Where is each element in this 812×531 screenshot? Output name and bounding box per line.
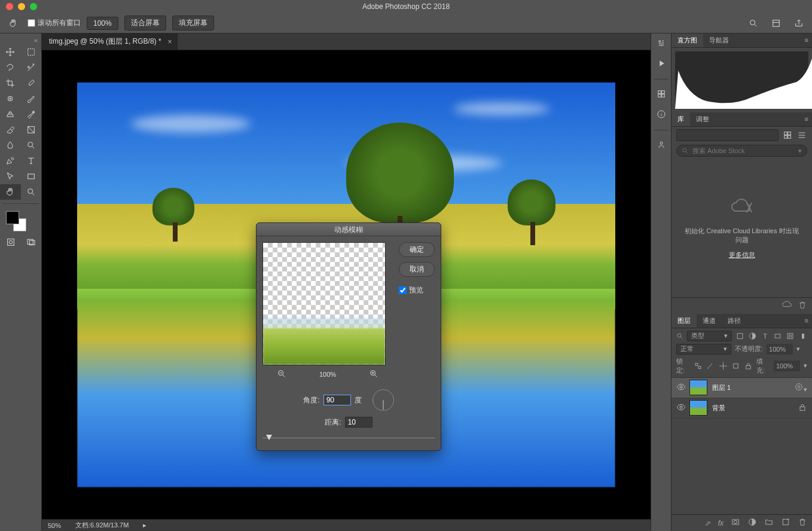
status-zoom[interactable]: 50% <box>48 522 61 529</box>
fit-screen-button[interactable]: 适合屏幕 <box>124 16 166 30</box>
dock-character-icon[interactable] <box>657 140 666 151</box>
trash-icon[interactable] <box>798 300 807 311</box>
eraser-tool[interactable] <box>0 122 21 138</box>
more-info-link[interactable]: 更多信息 <box>729 251 755 260</box>
group-icon[interactable] <box>764 517 774 529</box>
move-tool[interactable] <box>0 44 21 60</box>
visibility-icon[interactable] <box>676 382 685 393</box>
dock-color-icon[interactable] <box>657 89 666 100</box>
tab-layers[interactable]: 图层 <box>671 314 697 328</box>
dock-info-icon[interactable] <box>657 109 666 120</box>
tab-navigator[interactable]: 导航器 <box>703 33 735 47</box>
dodge-tool[interactable] <box>21 138 42 153</box>
tab-paths[interactable]: 路径 <box>722 314 747 328</box>
zoom-tool[interactable] <box>21 184 42 200</box>
canvas-area[interactable]: 动感模糊 100% <box>42 50 651 519</box>
workspace-icon[interactable] <box>768 15 784 32</box>
layer-fx-icon[interactable]: fx <box>718 519 724 527</box>
zoom-out-icon[interactable] <box>277 369 286 380</box>
tab-libraries[interactable]: 库 <box>671 112 690 126</box>
type-tool[interactable] <box>21 153 42 169</box>
layer-row[interactable]: 背景 <box>671 398 812 419</box>
cancel-button[interactable]: 取消 <box>399 262 435 277</box>
close-window[interactable] <box>6 3 13 10</box>
document-tab[interactable]: timg.jpeg @ 50% (图层 1, RGB/8) * × <box>42 33 178 50</box>
blur-tool[interactable] <box>0 138 21 153</box>
clone-stamp-tool[interactable] <box>0 106 21 122</box>
zoom-level-field[interactable]: 100% <box>87 17 118 30</box>
opacity-input[interactable] <box>767 344 793 355</box>
stock-search-input[interactable]: 搜索 Adobe Stock ▾ <box>676 145 807 157</box>
crop-tool[interactable] <box>0 75 21 91</box>
layer-thumbnail[interactable] <box>689 380 707 395</box>
history-brush-tool[interactable] <box>21 106 42 122</box>
preview-checkbox[interactable]: 预览 <box>399 285 435 295</box>
rectangle-tool[interactable] <box>21 169 42 184</box>
lasso-tool[interactable] <box>0 60 21 75</box>
marquee-tool[interactable] <box>21 44 42 60</box>
panel-menu-icon[interactable]: ≡ <box>805 36 808 44</box>
filter-adjust-icon[interactable] <box>748 331 757 340</box>
search-icon[interactable] <box>745 15 762 32</box>
dock-actions-icon[interactable] <box>657 59 666 69</box>
angle-dial[interactable] <box>373 389 394 411</box>
healing-brush-tool[interactable] <box>0 91 21 106</box>
dock-properties-icon[interactable] <box>657 38 666 49</box>
color-swatches[interactable] <box>0 207 41 234</box>
maximize-window[interactable] <box>30 3 37 10</box>
dialog-title[interactable]: 动感模糊 <box>257 223 441 236</box>
fill-input[interactable] <box>774 361 800 371</box>
lock-position-icon[interactable] <box>719 361 728 370</box>
screenmode-icon[interactable] <box>26 237 36 248</box>
filter-toggle-icon[interactable]: ▮ <box>798 331 807 340</box>
layer-filter-badge-icon[interactable]: ▾ <box>794 382 807 393</box>
gradient-tool[interactable] <box>21 122 42 138</box>
magic-wand-tool[interactable] <box>21 60 42 75</box>
adjustment-layer-icon[interactable] <box>747 517 757 529</box>
minimize-window[interactable] <box>18 3 25 10</box>
angle-input[interactable] <box>323 395 351 405</box>
lock-artboard-icon[interactable] <box>731 361 740 370</box>
link-layers-icon[interactable]: ⬀ <box>705 519 711 527</box>
layer-name[interactable]: 背景 <box>712 404 793 413</box>
eyedropper-tool[interactable] <box>21 75 42 91</box>
grid-view-icon[interactable] <box>782 130 793 141</box>
list-view-icon[interactable] <box>796 130 807 141</box>
filter-smart-icon[interactable] <box>786 331 795 340</box>
zoom-in-icon[interactable] <box>369 369 378 380</box>
fill-screen-button[interactable]: 填充屏幕 <box>172 16 214 30</box>
layer-mask-icon[interactable] <box>731 517 740 529</box>
status-chevron-icon[interactable]: ▸ <box>143 521 146 529</box>
blend-mode-dropdown[interactable]: 正常▾ <box>676 344 731 355</box>
close-tab-icon[interactable]: × <box>168 38 172 46</box>
ok-button[interactable]: 确定 <box>399 242 435 257</box>
brush-tool[interactable] <box>21 91 42 106</box>
filter-type-icon[interactable]: T <box>761 331 770 340</box>
pen-tool[interactable] <box>0 153 21 169</box>
collapse-tools-icon[interactable]: « <box>0 36 41 44</box>
share-icon[interactable] <box>790 15 807 32</box>
panel-menu-icon[interactable]: ≡ <box>805 317 808 324</box>
layer-filter-dropdown[interactable]: 类型▾ <box>687 331 732 341</box>
layer-thumbnail[interactable] <box>689 400 707 416</box>
scroll-all-windows-checkbox[interactable]: 滚动所有窗口 <box>28 18 81 28</box>
visibility-icon[interactable] <box>676 402 685 413</box>
lock-transparency-icon[interactable] <box>694 361 703 370</box>
tab-channels[interactable]: 通道 <box>697 314 722 328</box>
tab-adjustments[interactable]: 调整 <box>690 112 715 126</box>
quickmask-icon[interactable] <box>6 237 16 248</box>
lock-all-icon[interactable] <box>744 361 753 370</box>
library-dropdown[interactable] <box>676 129 779 141</box>
status-docsize[interactable]: 文档:6.92M/13.7M <box>75 521 129 530</box>
lock-pixels-icon[interactable] <box>706 361 715 370</box>
delete-layer-icon[interactable] <box>798 517 807 529</box>
path-select-tool[interactable] <box>0 169 21 184</box>
filter-shape-icon[interactable] <box>773 331 782 340</box>
filter-pixel-icon[interactable] <box>735 331 744 340</box>
layer-name[interactable]: 图层 1 <box>712 383 789 392</box>
new-layer-icon[interactable] <box>781 517 790 529</box>
distance-input[interactable] <box>345 417 373 428</box>
hand-tool[interactable] <box>0 184 21 200</box>
cloud-sync-icon[interactable] <box>782 300 792 311</box>
filter-preview[interactable] <box>262 242 386 365</box>
